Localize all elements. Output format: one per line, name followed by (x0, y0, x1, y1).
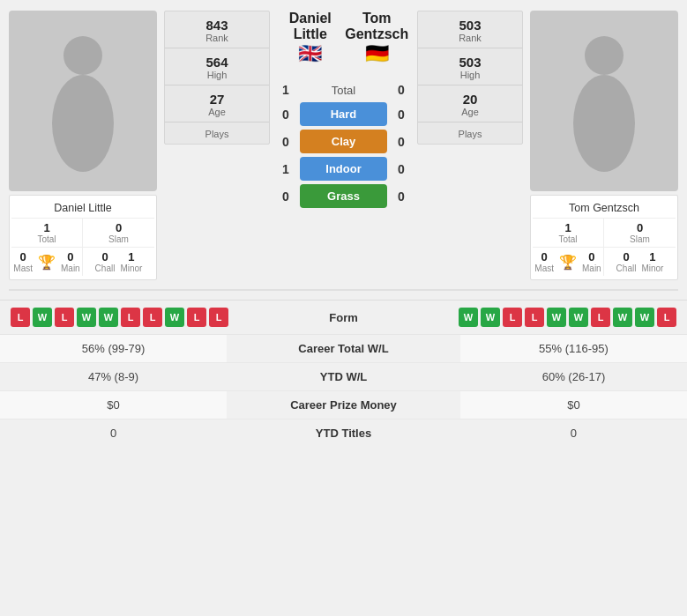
form-badge: L (187, 308, 206, 327)
grass-button[interactable]: Grass (300, 184, 387, 208)
right-player-area: Tom Gentzsch 1 Total 0 Slam 0 Mast (530, 11, 678, 280)
hard-row: 0 Hard 0 (277, 102, 410, 126)
right-slam-cell: 0 Slam (604, 219, 676, 248)
right-rank-lbl: Rank (459, 33, 482, 43)
form-badge: W (613, 308, 632, 327)
hard-button[interactable]: Hard (300, 102, 387, 126)
left-chall-lbl: Chall (95, 263, 116, 273)
form-badge: W (547, 308, 566, 327)
left-slam-cell: 0 Slam (83, 219, 154, 248)
left-form-badges: LWLWWLLWLL (11, 308, 228, 327)
right-total-lbl: Total (534, 234, 601, 244)
right-minor-val: 1 (641, 250, 663, 263)
right-trophy-icon: 🏆 (559, 254, 577, 271)
right-chall-cell: 0 Chall 1 Minor (604, 248, 676, 276)
right-rank-row: 503 Rank (418, 11, 522, 48)
right-chall-val: 0 (616, 250, 637, 263)
left-age-lbl: Age (208, 107, 226, 117)
clay-row: 0 Clay 0 (277, 130, 410, 153)
indoor-row: 1 Indoor 0 (277, 157, 410, 181)
stats-row: $0Career Prize Money$0 (0, 391, 687, 419)
left-mast-lbl: Mast (13, 263, 33, 273)
stats-right-val: 55% (116-95) (460, 335, 687, 363)
left-plays-row: Plays (165, 122, 269, 144)
left-high-row: 564 High (165, 48, 269, 85)
left-player-silhouette (39, 31, 127, 172)
grass-left-score: 0 (277, 189, 295, 204)
right-main-lbl: Main (582, 263, 601, 273)
right-stats-grid: 1 Total 0 Slam 0 Mast 🏆 0 (533, 219, 676, 276)
form-badge: L (11, 308, 30, 327)
right-rank-val: 503 (459, 18, 481, 33)
right-below-stats: Tom Gentzsch 1 Total 0 Slam 0 Mast (530, 195, 678, 280)
left-main-val: 0 (61, 250, 80, 263)
right-name-header: Tom Gentzsch (344, 11, 411, 42)
left-plays-lbl: Plays (205, 129, 229, 139)
right-high-row: 503 High (418, 48, 522, 85)
stats-label: Career Total W/L (227, 335, 460, 363)
form-badge: W (99, 308, 118, 327)
left-player-name: Daniel Little (11, 199, 154, 219)
stats-right-val: $0 (460, 391, 687, 419)
right-total-val: 1 (534, 221, 601, 234)
form-badge: L (55, 308, 74, 327)
right-player-photo (530, 11, 678, 191)
clay-button[interactable]: Clay (300, 130, 387, 153)
form-badge: L (503, 308, 522, 327)
right-main-val: 0 (582, 250, 601, 263)
grass-row: 0 Grass 0 (277, 184, 410, 208)
form-badge: L (209, 308, 228, 327)
left-total-cell: 1 Total (11, 219, 83, 248)
stats-section: LWLWWLLWLL Form WWLLWWLWWL 56% (99-79)Ca… (0, 300, 687, 447)
form-badge: W (459, 308, 478, 327)
svg-point-1 (52, 75, 114, 172)
left-rank-val: 843 (205, 18, 228, 33)
clay-right-score: 0 (392, 135, 410, 149)
form-badge: W (165, 308, 184, 327)
right-name-flag: Tom Gentzsch 🇩🇪 (344, 11, 411, 72)
section-divider (9, 289, 678, 291)
right-age-lbl: Age (461, 107, 479, 117)
left-slam-val: 0 (85, 221, 153, 234)
left-below-stats: Daniel Little 1 Total 0 Slam 0 Mast (9, 195, 157, 280)
form-badge: L (591, 308, 610, 327)
left-rank-row: 843 Rank (165, 11, 269, 48)
hard-left-score: 0 (277, 108, 295, 122)
left-player-area: Daniel Little 1 Total 0 Slam 0 Mast (9, 11, 157, 280)
stats-table: 56% (99-79)Career Total W/L55% (116-95)4… (0, 335, 687, 447)
form-badge: L (143, 308, 162, 327)
stats-row: 56% (99-79)Career Total W/L55% (116-95) (0, 335, 687, 363)
left-minor-lbl: Minor (120, 263, 142, 273)
stats-left-val: $0 (0, 391, 227, 419)
right-plays-lbl: Plays (459, 129, 482, 139)
top-wrapper: Daniel Little 1 Total 0 Slam 0 Mast (0, 0, 687, 280)
right-player-name: Tom Gentzsch (533, 199, 676, 219)
form-badge: W (481, 308, 500, 327)
left-mast-val: 0 (13, 250, 33, 263)
stats-left-val: 47% (8-9) (0, 363, 227, 391)
total-right-score: 0 (392, 83, 410, 97)
right-chall-lbl: Chall (616, 263, 637, 273)
left-rank-lbl: Rank (205, 33, 228, 43)
left-slam-lbl: Slam (85, 234, 153, 244)
svg-point-3 (573, 75, 635, 172)
form-badge: L (657, 308, 676, 327)
total-label: Total (300, 84, 387, 97)
form-badge: W (33, 308, 52, 327)
right-form-badges: WWLLWWLWWL (459, 308, 676, 327)
stats-left-val: 56% (99-79) (0, 335, 227, 363)
center-area: Daniel Little 🇬🇧 Tom Gentzsch 🇩🇪 1 Total… (277, 11, 410, 212)
clay-left-score: 0 (277, 135, 295, 149)
left-minor-val: 1 (120, 250, 142, 263)
total-row: 1 Total 0 (277, 79, 410, 102)
right-mast-val: 0 (534, 250, 554, 263)
left-flag: 🇬🇧 (298, 42, 322, 65)
form-badge: W (77, 308, 96, 327)
indoor-button[interactable]: Indoor (300, 157, 387, 181)
svg-point-2 (585, 36, 624, 75)
names-row: Daniel Little 🇬🇧 Tom Gentzsch 🇩🇪 (277, 11, 410, 79)
indoor-right-score: 0 (392, 162, 410, 176)
right-slam-lbl: Slam (606, 234, 674, 244)
right-age-row: 20 Age (418, 85, 522, 122)
stats-label: YTD Titles (227, 419, 460, 448)
